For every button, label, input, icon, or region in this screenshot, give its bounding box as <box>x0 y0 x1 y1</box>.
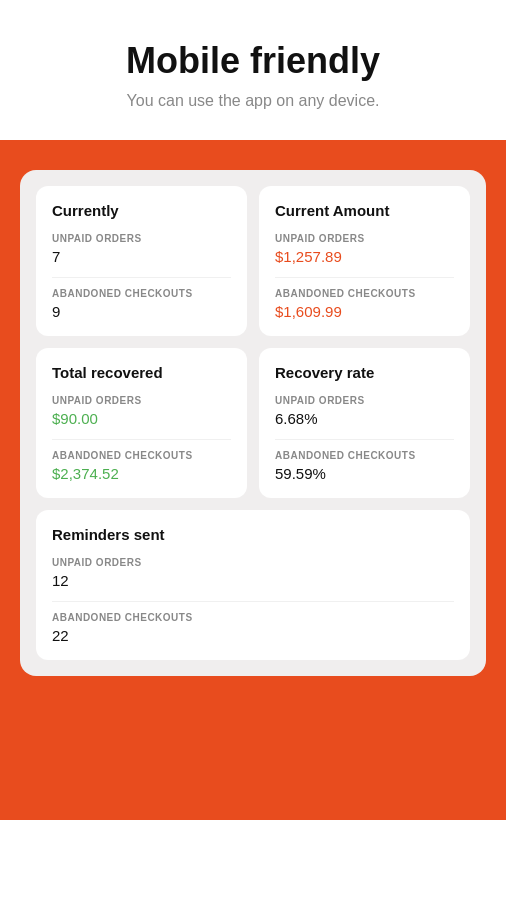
total-recovered-abandoned-label: ABANDONED CHECKOUTS <box>52 450 231 461</box>
reminders-sent-unpaid-section: UNPAID ORDERS 12 <box>52 557 454 589</box>
currently-unpaid-value: 7 <box>52 248 231 265</box>
total-recovered-abandoned-value: $2,374.52 <box>52 465 231 482</box>
recovery-rate-unpaid-section: UNPAID ORDERS 6.68% <box>275 395 454 427</box>
top-grid: Currently UNPAID ORDERS 7 ABANDONED CHEC… <box>36 186 470 336</box>
currently-abandoned-label: ABANDONED CHECKOUTS <box>52 288 231 299</box>
currently-abandoned-value: 9 <box>52 303 231 320</box>
divider <box>52 439 231 440</box>
currently-title: Currently <box>52 202 231 219</box>
recovery-rate-unpaid-value: 6.68% <box>275 410 454 427</box>
recovery-rate-title: Recovery rate <box>275 364 454 381</box>
total-recovered-unpaid-value: $90.00 <box>52 410 231 427</box>
currently-abandoned-section: ABANDONED CHECKOUTS 9 <box>52 288 231 320</box>
divider <box>52 601 454 602</box>
total-recovered-abandoned-section: ABANDONED CHECKOUTS $2,374.52 <box>52 450 231 482</box>
current-amount-title: Current Amount <box>275 202 454 219</box>
current-amount-unpaid-section: UNPAID ORDERS $1,257.89 <box>275 233 454 265</box>
reminders-sent-abandoned-label: ABANDONED CHECKOUTS <box>52 612 454 623</box>
currently-card: Currently UNPAID ORDERS 7 ABANDONED CHEC… <box>36 186 247 336</box>
reminders-sent-card: Reminders sent UNPAID ORDERS 12 ABANDONE… <box>36 510 470 660</box>
header-section: Mobile friendly You can use the app on a… <box>0 0 506 140</box>
current-amount-abandoned-section: ABANDONED CHECKOUTS $1,609.99 <box>275 288 454 320</box>
currently-unpaid-section: UNPAID ORDERS 7 <box>52 233 231 265</box>
recovery-rate-abandoned-value: 59.59% <box>275 465 454 482</box>
current-amount-unpaid-label: UNPAID ORDERS <box>275 233 454 244</box>
bottom-row: Reminders sent UNPAID ORDERS 12 ABANDONE… <box>36 510 470 660</box>
page-title: Mobile friendly <box>20 40 486 82</box>
recovery-rate-card: Recovery rate UNPAID ORDERS 6.68% ABANDO… <box>259 348 470 498</box>
card-container: Currently UNPAID ORDERS 7 ABANDONED CHEC… <box>20 170 486 676</box>
divider <box>275 277 454 278</box>
total-recovered-unpaid-section: UNPAID ORDERS $90.00 <box>52 395 231 427</box>
reminders-sent-abandoned-section: ABANDONED CHECKOUTS 22 <box>52 612 454 644</box>
reminders-sent-unpaid-label: UNPAID ORDERS <box>52 557 454 568</box>
total-recovered-title: Total recovered <box>52 364 231 381</box>
orange-section: Currently UNPAID ORDERS 7 ABANDONED CHEC… <box>0 140 506 820</box>
page-subtitle: You can use the app on any device. <box>20 92 486 110</box>
current-amount-abandoned-value: $1,609.99 <box>275 303 454 320</box>
recovery-rate-abandoned-section: ABANDONED CHECKOUTS 59.59% <box>275 450 454 482</box>
currently-unpaid-label: UNPAID ORDERS <box>52 233 231 244</box>
reminders-sent-abandoned-value: 22 <box>52 627 454 644</box>
middle-grid: Total recovered UNPAID ORDERS $90.00 ABA… <box>36 348 470 498</box>
total-recovered-card: Total recovered UNPAID ORDERS $90.00 ABA… <box>36 348 247 498</box>
total-recovered-unpaid-label: UNPAID ORDERS <box>52 395 231 406</box>
current-amount-unpaid-value: $1,257.89 <box>275 248 454 265</box>
divider <box>275 439 454 440</box>
reminders-sent-unpaid-value: 12 <box>52 572 454 589</box>
reminders-sent-title: Reminders sent <box>52 526 454 543</box>
recovery-rate-abandoned-label: ABANDONED CHECKOUTS <box>275 450 454 461</box>
current-amount-card: Current Amount UNPAID ORDERS $1,257.89 A… <box>259 186 470 336</box>
recovery-rate-unpaid-label: UNPAID ORDERS <box>275 395 454 406</box>
current-amount-abandoned-label: ABANDONED CHECKOUTS <box>275 288 454 299</box>
divider <box>52 277 231 278</box>
